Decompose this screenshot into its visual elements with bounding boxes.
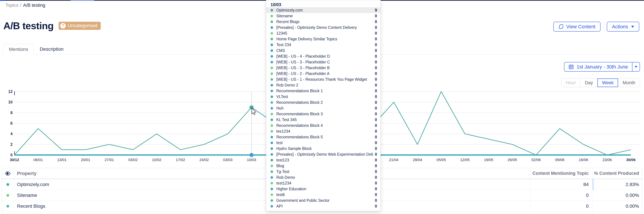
tooltip-row-label: [WEB] - US - 3 - Placeholder C: [276, 60, 373, 64]
series-color-dot: [270, 159, 273, 161]
actions-button[interactable]: Actions: [607, 22, 639, 31]
x-axis-tick-label: 02/06: [532, 158, 541, 162]
tooltip-row: [WEB] - US - 4 - Placeholder D0: [266, 53, 380, 59]
series-color-dot: [270, 119, 273, 121]
x-axis-tick-label: 09/06: [555, 158, 564, 162]
tooltip-row-label: CMS: [276, 48, 373, 53]
breadcrumb-topics-link[interactable]: Topics: [6, 3, 18, 8]
view-content-button[interactable]: View Content: [553, 22, 600, 31]
series-color-dot: [270, 49, 273, 52]
series-color-dot: [270, 32, 273, 35]
tooltip-row: Government and Public Sector0: [266, 198, 380, 203]
tooltip-row-label: Higher Education: [276, 187, 373, 191]
x-axis-tick-label: 20/01: [81, 158, 90, 162]
tooltip-row: Hydro Sample Block0: [266, 146, 380, 151]
tooltip-row-label: [WEB] - US - 1 - Resources Thank You Pag…: [276, 77, 373, 82]
row-visibility-cell[interactable]: [2, 201, 14, 212]
row-visibility-cell[interactable]: [2, 179, 14, 190]
tooltip-row: 123450: [266, 30, 380, 36]
tooltip-row: Recommendations Block 50: [266, 134, 380, 140]
tooltip-row-value: 0: [375, 37, 377, 41]
granularity-week[interactable]: Week: [597, 78, 618, 87]
column-header-content-mentioning-topic[interactable]: Content Mentioning Topic: [530, 168, 592, 179]
breadcrumb: Topics/A/B testing: [6, 3, 45, 8]
x-axis-tick-label: 19/05: [484, 158, 493, 162]
tooltip-row-value: 0: [375, 187, 377, 191]
tooltip-row-value: 0: [375, 94, 377, 99]
series-color-dot: [270, 20, 273, 23]
x-axis-tick-label: 05/05: [436, 158, 446, 162]
tooltip-row-value: 0: [375, 129, 377, 134]
date-range-caret[interactable]: [632, 62, 640, 71]
date-range-label: 1st January - 30th June: [576, 64, 628, 70]
tooltip-row: tes12340: [266, 128, 380, 134]
tooltip-row-label: API: [276, 204, 373, 209]
date-range-button[interactable]: 1st January - 30th June: [564, 62, 640, 72]
copy-pages-icon: [558, 24, 564, 29]
property-color-dot: [6, 205, 9, 208]
chart-tooltip: 10/03 Optimizely.com9Sitename0Recent Blo…: [266, 0, 380, 211]
granularity-month[interactable]: Month: [618, 78, 640, 87]
y-axis-top-tick: [14, 91, 15, 95]
tooltip-row: Recent Blogs0: [266, 19, 380, 24]
granularity-day[interactable]: Day: [580, 78, 597, 87]
series-color-dot: [270, 153, 273, 156]
tooltip-row: CMS0: [266, 48, 380, 53]
tooltip-row-label: Recent Blogs: [276, 19, 373, 24]
tooltip-row-label: Sitename: [276, 14, 373, 18]
tooltip-row: VLTest0: [266, 94, 380, 100]
tooltip-row-value: 0: [375, 83, 377, 87]
series-color-dot: [270, 188, 273, 190]
visibility-column-header[interactable]: [2, 168, 14, 179]
y-axis-tick-label: 10: [8, 100, 12, 104]
tooltip-row: [WEB] - US - 3 - Placeholder C0: [266, 59, 380, 65]
tooltip-row: Huh0: [266, 105, 380, 111]
series-color-dot: [270, 84, 273, 86]
tooltip-row-label: Recommendations Block 1: [276, 89, 373, 93]
tooltip-row: KL Test 3450: [266, 117, 380, 123]
row-visibility-cell[interactable]: [2, 190, 14, 201]
series-color-dot: [270, 205, 273, 208]
tooltip-row: Recommendations Block 40: [266, 123, 380, 128]
tooltip-row-label: Rob Demo 2: [276, 83, 373, 87]
tooltip-row: [Presales] - Optimizely Demo Web Experim…: [266, 151, 380, 157]
tab-description[interactable]: Description: [38, 44, 65, 54]
hover-point-optimizely: [250, 105, 254, 110]
series-color-dot: [270, 136, 273, 138]
calendar-icon: [568, 64, 574, 69]
x-axis-tick-label: 06/01: [34, 158, 43, 162]
tooltip-row-label: KL Test 345: [276, 118, 373, 122]
uncategorised-badge[interactable]: ? Uncategorised: [58, 22, 101, 30]
tab-mentions[interactable]: Mentions: [4, 44, 34, 55]
series-color-dot: [270, 165, 273, 167]
series-color-dot: [270, 113, 273, 115]
series-color-dot: [270, 61, 273, 63]
series-color-dot: [270, 26, 273, 29]
tooltip-row-value: 0: [375, 169, 377, 174]
x-axis-tick-label: 30/12: [10, 158, 19, 162]
tooltip-row-value: 0: [375, 141, 377, 145]
tooltip-row-value: 0: [375, 164, 377, 168]
granularity-hour[interactable]: Hour: [562, 78, 580, 87]
top-accent-segment-blue: [0, 0, 5, 1]
tooltip-row-label: Government and Public Sector: [276, 198, 373, 203]
tooltip-row-value: 0: [375, 19, 377, 24]
tooltip-row-label: 12345: [276, 31, 373, 36]
content-mentioning-topic-value: 0: [530, 201, 592, 212]
x-axis-tick-label: 24/02: [200, 158, 209, 162]
tooltip-row: Rob Demo0: [266, 175, 380, 180]
tooltip-row-value: 0: [375, 77, 377, 82]
question-icon: ?: [60, 23, 66, 28]
series-color-dot: [270, 107, 273, 110]
x-axis-tick-label: 26/05: [508, 158, 517, 162]
series-color-dot: [270, 147, 273, 150]
top-accent-segment-light: [70, 0, 94, 1]
tooltip-row-value: 0: [375, 54, 377, 59]
column-header-percent-content-produced[interactable]: % Content Produced: [592, 168, 642, 179]
series-color-dot: [270, 194, 273, 196]
tooltip-row: test12340: [266, 180, 380, 186]
tooltip-row: Higher Education0: [266, 186, 380, 192]
tab-description-label: Description: [40, 46, 64, 52]
tooltip-row: Home Page Delivery Similar Topics0: [266, 36, 380, 42]
series-color-dot: [270, 72, 273, 75]
